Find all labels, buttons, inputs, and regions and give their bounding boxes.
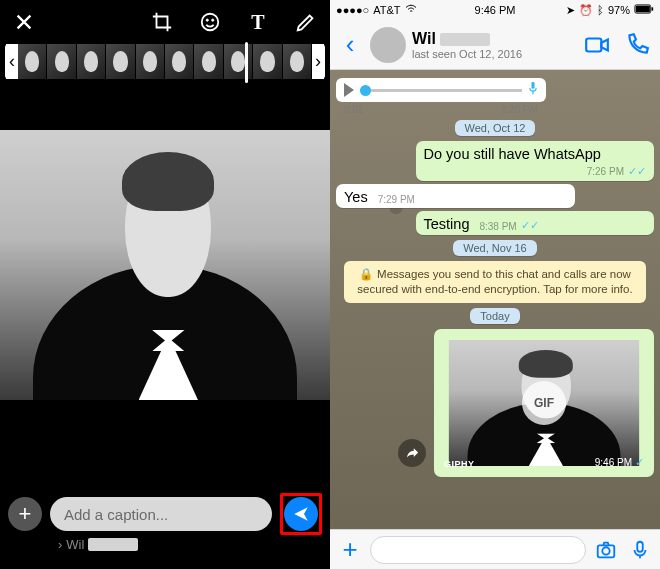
giphy-watermark: GIPHY bbox=[444, 459, 475, 469]
timeline-frames bbox=[18, 44, 312, 79]
caption-input[interactable] bbox=[50, 497, 272, 531]
media-editor-screen: T ‹ › + bbox=[0, 0, 330, 569]
contact-info[interactable]: Wil last seen Oct 12, 2016 bbox=[412, 30, 574, 60]
camera-button[interactable] bbox=[592, 539, 620, 561]
gif-preview[interactable]: GIF GIPHY 9:46 PM ✓ bbox=[438, 333, 650, 473]
date-divider: Today bbox=[470, 308, 519, 324]
back-button[interactable]: ‹ bbox=[336, 29, 364, 60]
ios-status-bar: ●●●●○ AT&T 9:46 PM ➤ ⏰ ᛒ 97% bbox=[330, 0, 660, 20]
svg-point-9 bbox=[602, 547, 609, 554]
emoji-icon[interactable] bbox=[196, 8, 224, 36]
chat-body[interactable]: 0:02 3:20 PM Wed, Oct 12 Do you still ha… bbox=[330, 70, 660, 529]
attach-button[interactable]: + bbox=[336, 534, 364, 565]
message-text: Testing bbox=[424, 216, 470, 232]
send-button-highlight bbox=[280, 493, 322, 535]
lock-icon: 🔒 bbox=[359, 268, 373, 280]
forward-button[interactable] bbox=[398, 439, 426, 467]
clock: 9:46 PM bbox=[475, 4, 516, 16]
text-icon[interactable]: T bbox=[244, 8, 272, 36]
video-call-button[interactable] bbox=[580, 32, 614, 58]
encryption-banner[interactable]: 🔒Messages you send to this chat and call… bbox=[344, 261, 646, 303]
svg-rect-5 bbox=[652, 7, 654, 10]
message-time: 8:38 PM bbox=[479, 221, 516, 232]
message-text: Yes bbox=[344, 189, 368, 205]
svg-rect-10 bbox=[637, 541, 643, 551]
last-seen-label: last seen Oct 12, 2016 bbox=[412, 48, 574, 60]
message-time: 9:46 PM ✓ bbox=[595, 456, 644, 469]
crop-icon[interactable] bbox=[148, 8, 176, 36]
voice-message[interactable] bbox=[336, 78, 546, 102]
message-text: Do you still have WhatsApp bbox=[424, 146, 601, 162]
redacted-name bbox=[440, 33, 490, 46]
signal-dots-icon: ●●●●○ bbox=[336, 4, 369, 16]
battery-icon bbox=[634, 4, 654, 16]
svg-point-0 bbox=[202, 14, 219, 31]
trim-handle-right[interactable]: › bbox=[312, 44, 324, 79]
voice-duration: 0:02 bbox=[344, 104, 363, 115]
voice-track[interactable] bbox=[360, 89, 522, 92]
whatsapp-chat-screen: ●●●●○ AT&T 9:46 PM ➤ ⏰ ᛒ 97% ‹ Wil last … bbox=[330, 0, 660, 569]
location-icon: ➤ bbox=[566, 4, 575, 17]
chat-input-bar: + bbox=[330, 529, 660, 569]
read-ticks-icon: ✓ bbox=[635, 456, 644, 469]
message-in[interactable]: Yes 7:29 PM bbox=[336, 184, 575, 208]
message-out[interactable]: Testing 8:38 PM ✓✓ bbox=[416, 211, 655, 235]
svg-rect-7 bbox=[531, 82, 534, 89]
date-divider: Wed, Nov 16 bbox=[453, 240, 536, 256]
editor-bottom-bar: + › Wil bbox=[0, 489, 330, 569]
voice-record-button[interactable] bbox=[626, 539, 654, 561]
message-input[interactable] bbox=[370, 536, 586, 564]
svg-rect-4 bbox=[636, 6, 650, 13]
message-time: 7:29 PM bbox=[378, 194, 415, 205]
message-time: 7:26 PM bbox=[587, 166, 624, 177]
svg-point-2 bbox=[212, 19, 214, 21]
alarm-icon: ⏰ bbox=[579, 4, 593, 17]
svg-rect-6 bbox=[586, 38, 601, 51]
contact-name: Wil bbox=[412, 30, 436, 47]
read-ticks-icon: ✓✓ bbox=[628, 165, 646, 177]
voice-time: 3:20 PM bbox=[501, 104, 538, 115]
mic-blue-icon bbox=[528, 81, 538, 99]
video-trim-timeline[interactable]: ‹ › bbox=[5, 44, 325, 79]
send-button[interactable] bbox=[284, 497, 318, 531]
date-divider: Wed, Oct 12 bbox=[455, 120, 536, 136]
bluetooth-icon: ᛒ bbox=[597, 4, 604, 16]
svg-point-1 bbox=[206, 19, 208, 21]
gif-badge: GIF bbox=[522, 381, 566, 425]
contact-avatar[interactable] bbox=[370, 27, 406, 63]
battery-percent: 97% bbox=[608, 4, 630, 16]
play-icon[interactable] bbox=[344, 83, 354, 97]
trim-handle-left[interactable]: ‹ bbox=[6, 44, 18, 79]
media-preview bbox=[0, 130, 330, 400]
add-media-button[interactable]: + bbox=[8, 497, 42, 531]
editor-top-bar: T bbox=[0, 0, 330, 44]
gif-message-out[interactable]: GIF GIPHY 9:46 PM ✓ bbox=[434, 329, 654, 477]
draw-icon[interactable] bbox=[292, 8, 320, 36]
playhead[interactable] bbox=[245, 42, 248, 83]
wifi-icon bbox=[405, 4, 417, 16]
voice-call-button[interactable] bbox=[620, 32, 654, 58]
recipient-indicator: › Wil bbox=[8, 537, 322, 552]
message-out[interactable]: Do you still have WhatsApp 7:26 PM ✓✓ bbox=[416, 141, 655, 181]
read-ticks-icon: ✓✓ bbox=[521, 219, 539, 232]
chat-header: ‹ Wil last seen Oct 12, 2016 bbox=[330, 20, 660, 70]
close-icon[interactable] bbox=[10, 8, 38, 36]
carrier-label: AT&T bbox=[373, 4, 400, 16]
